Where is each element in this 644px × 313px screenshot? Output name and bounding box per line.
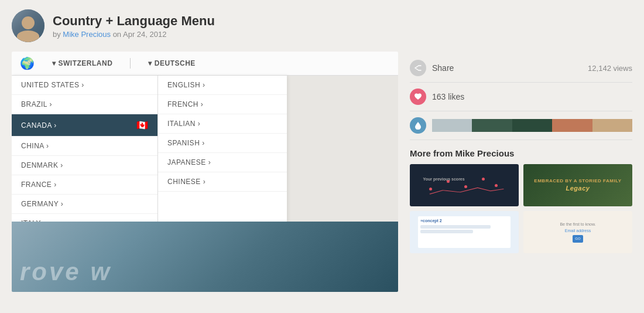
country-name: CANADA ›: [21, 121, 57, 130]
country-item-united-states[interactable]: UNITED STATES ›: [12, 76, 157, 95]
heart-icon[interactable]: [410, 89, 426, 105]
share-label[interactable]: Share: [432, 63, 582, 73]
menu-top-bar: 🌍 ▾ SWITZERLAND ▾ DEUTSCHE: [12, 52, 398, 76]
lang-name: SPANISH ›: [167, 139, 205, 147]
thumbnail-scores[interactable]: Your previous scores: [410, 164, 519, 206]
share-row: Share 12,142 views: [410, 54, 632, 83]
color-swatch: [592, 119, 632, 132]
thumbnail-concept[interactable]: ≡concept 2: [410, 211, 519, 253]
lang-name: CHINESE ›: [167, 178, 205, 186]
color-swatches: [432, 119, 632, 132]
lang-name: FRENCH ›: [167, 100, 203, 108]
byline: by Mike Precious on Apr 24, 2012: [53, 30, 215, 39]
country-name: BRAZIL ›: [21, 100, 52, 108]
concept-card: ≡concept 2: [418, 216, 511, 248]
page-title: Country + Language Menu: [53, 13, 215, 29]
author-link[interactable]: Mike Precious: [63, 30, 111, 39]
country-name: FRANCE ›: [21, 181, 57, 189]
bg-text: rove w: [20, 258, 112, 286]
country-name: UNITED STATES ›: [21, 81, 84, 89]
lang-item-japanese[interactable]: JAPANESE ›: [158, 153, 287, 172]
current-language[interactable]: ▾ DEUTSCHE: [148, 59, 196, 67]
lang-name: JAPANESE ›: [167, 158, 211, 166]
country-item-france[interactable]: FRANCE ›: [12, 175, 157, 195]
color-swatch: [552, 119, 592, 132]
palette-icon: [410, 117, 426, 134]
current-country[interactable]: ▾ SWITZERLAND: [52, 59, 112, 67]
colors-row: [410, 111, 632, 140]
arrow-indicator: ▾: [52, 59, 56, 67]
thumbnail-legacy[interactable]: EMBRACED BY A STORIED FAMILYLegacy: [523, 164, 632, 206]
country-name: DENMARK ›: [21, 161, 63, 169]
lang-item-french[interactable]: FRENCH ›: [158, 95, 287, 114]
main-content: 🌍 ▾ SWITZERLAND ▾ DEUTSCHE UNITED STATES…: [0, 52, 644, 312]
more-title: More from Mike Precious: [410, 148, 632, 158]
lang-item-italian[interactable]: ITALIAN ›: [158, 114, 287, 134]
likes-label[interactable]: 163 likes: [432, 92, 632, 101]
byline-prefix: by: [53, 30, 61, 39]
thumbnails-grid: Your previous scores EMBRACED BY A STORI…: [410, 164, 632, 253]
lang-name: ITALIAN ›: [167, 120, 200, 128]
avatar: [12, 9, 44, 42]
bg-overlay: rove w: [12, 222, 398, 292]
concept-bar: [420, 225, 491, 229]
concept-bar2: [420, 230, 473, 233]
lang-item-spanish[interactable]: SPANISH ›: [158, 134, 287, 153]
sidebar: Share 12,142 views 163 likes Mor: [410, 52, 632, 312]
chart-dot: [482, 178, 485, 181]
thumbnail-email[interactable]: Be the first to know.Email addressGO: [523, 211, 632, 253]
chart-label: Your previous scores: [423, 177, 465, 181]
color-swatch: [512, 119, 552, 132]
country-item-china[interactable]: CHINA ›: [12, 137, 157, 156]
preview-area: 🌍 ▾ SWITZERLAND ▾ DEUTSCHE UNITED STATES…: [12, 52, 398, 292]
publish-date: Apr 24, 2012: [123, 30, 166, 39]
thumb-legacy-text: EMBRACED BY A STORIED FAMILYLegacy: [534, 178, 621, 193]
date-prefix: on: [113, 30, 121, 39]
email-text: Be the first to know.Email addressGO: [560, 222, 595, 243]
country-item-brazil[interactable]: BRAZIL ›: [12, 95, 157, 114]
chart-area: Your previous scores: [421, 172, 508, 198]
country-name: CHINA ›: [21, 142, 49, 150]
color-swatch: [432, 119, 472, 132]
divider: [130, 58, 131, 69]
lang-name: ENGLISH ›: [167, 81, 205, 89]
lang-item-chinese[interactable]: CHINESE ›: [158, 172, 287, 192]
likes-row: 163 likes: [410, 83, 632, 111]
header-text: Country + Language Menu by Mike Precious…: [53, 13, 215, 39]
share-icon[interactable]: [410, 60, 426, 76]
color-swatch: [472, 119, 512, 132]
country-item-denmark[interactable]: DENMARK ›: [12, 156, 157, 175]
country-item-germany[interactable]: GERMANY ›: [12, 195, 157, 214]
lang-item-english[interactable]: ENGLISH ›: [158, 76, 287, 95]
country-flag: 🇨🇦: [136, 120, 149, 131]
views-count: 12,142 views: [588, 64, 632, 73]
page-header: Country + Language Menu by Mike Precious…: [0, 0, 644, 52]
country-name: GERMANY ›: [21, 200, 63, 208]
world-icon: 🌍: [20, 56, 35, 70]
concept-label: ≡concept 2: [420, 219, 508, 223]
country-item-canada[interactable]: CANADA ›🇨🇦: [12, 114, 157, 137]
lang-arrow: ▾: [148, 59, 152, 67]
